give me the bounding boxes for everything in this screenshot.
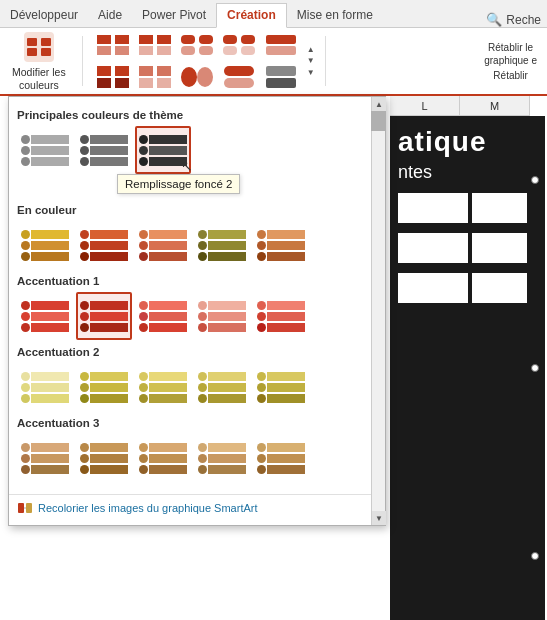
scroll-up-button[interactable]: ▲	[372, 97, 386, 111]
color-bar	[80, 312, 128, 321]
retablir-button[interactable]: Rétablir legraphique e Rétablir	[484, 41, 537, 82]
color-item-a2-5[interactable]	[253, 363, 309, 411]
color-item-a3-1[interactable]	[17, 434, 73, 482]
svg-rect-36	[266, 78, 296, 88]
tab-power-pivot[interactable]: Power Pivot	[132, 4, 216, 27]
color-bar	[198, 230, 246, 239]
color-item-a2-2[interactable]	[76, 363, 132, 411]
style-icon-9[interactable]	[219, 62, 259, 92]
svg-rect-12	[157, 46, 171, 55]
svg-rect-13	[181, 35, 195, 44]
color-bar	[21, 394, 69, 403]
bar-4	[472, 233, 527, 263]
style-icon-5[interactable]	[261, 30, 301, 60]
style-icon-7[interactable]	[135, 62, 175, 92]
scrollbar-thumb[interactable]	[371, 111, 385, 131]
chart-area: atique ntes	[390, 116, 545, 620]
style-icon-4[interactable]	[219, 30, 259, 60]
bar-1	[398, 193, 468, 223]
ribbon-search-area: 🔍 Reche	[480, 12, 547, 27]
color-item-a1-5[interactable]	[253, 292, 309, 340]
color-bar	[139, 301, 187, 310]
color-bar	[139, 323, 187, 332]
color-item-a1-2[interactable]	[76, 292, 132, 340]
recolorier-link[interactable]: Recolorier les images du graphique Smart…	[9, 494, 385, 521]
color-item-a2-3[interactable]	[135, 363, 191, 411]
style-icon-2[interactable]	[135, 30, 175, 60]
tab-aide[interactable]: Aide	[88, 4, 132, 27]
scroll-down-icon[interactable]: ▼	[307, 55, 315, 66]
color-item-c5[interactable]	[253, 221, 309, 269]
scroll-up-icon[interactable]: ▲	[307, 44, 315, 55]
tab-creation[interactable]: Création	[216, 3, 287, 28]
section-accentuation2-items	[17, 363, 363, 411]
bar-3	[398, 233, 468, 263]
color-bar	[21, 372, 69, 381]
color-item-a3-4[interactable]	[194, 434, 250, 482]
color-bar	[198, 443, 246, 452]
svg-rect-26	[115, 78, 129, 88]
style-icon-8[interactable]	[177, 62, 217, 92]
style-icon-10[interactable]	[261, 62, 301, 92]
modifier-couleurs-button[interactable]: Modifier lescouleurs	[6, 32, 72, 90]
color-bar	[80, 301, 128, 310]
color-item-pc2[interactable]	[76, 126, 132, 174]
color-item-c4[interactable]	[194, 221, 250, 269]
resize-handle-top[interactable]	[531, 176, 539, 184]
color-bar	[257, 301, 305, 310]
color-item-a2-4[interactable]	[194, 363, 250, 411]
color-item-pc1[interactable]	[17, 126, 73, 174]
style-icon-1[interactable]	[93, 30, 133, 60]
svg-rect-1	[27, 38, 37, 46]
svg-rect-24	[115, 66, 129, 76]
color-bar	[80, 135, 128, 144]
color-item-a3-3[interactable]	[135, 434, 191, 482]
color-bar	[198, 323, 246, 332]
color-bar	[139, 252, 187, 261]
resize-handle-bottom[interactable]	[531, 552, 539, 560]
color-bar	[139, 372, 187, 381]
tab-developpeur[interactable]: Développeur	[0, 4, 88, 27]
svg-rect-10	[157, 35, 171, 44]
color-item-a1-3[interactable]	[135, 292, 191, 340]
dropdown-arrow-icon[interactable]: ▼	[307, 67, 315, 78]
color-bar	[80, 146, 128, 155]
retablir-label: Rétablir legraphique e	[484, 41, 537, 67]
scroll-down-button[interactable]: ▼	[372, 511, 386, 525]
bar-group-1	[398, 193, 537, 223]
color-item-a3-2[interactable]	[76, 434, 132, 482]
color-item-c3[interactable]	[135, 221, 191, 269]
resize-handle-mid[interactable]	[531, 364, 539, 372]
color-bar	[257, 454, 305, 463]
svg-rect-2	[41, 38, 51, 46]
color-bar	[139, 454, 187, 463]
color-bar	[21, 312, 69, 321]
svg-rect-38	[26, 503, 32, 513]
color-bar	[198, 301, 246, 310]
color-bar	[139, 157, 187, 166]
svg-rect-22	[266, 46, 296, 55]
style-icon-3[interactable]	[177, 30, 217, 60]
color-item-pc3[interactable]: ↖	[135, 126, 191, 174]
svg-rect-14	[199, 35, 213, 44]
svg-rect-0	[24, 32, 54, 62]
color-bar	[257, 252, 305, 261]
color-item-c1[interactable]	[17, 221, 73, 269]
color-item-a1-1[interactable]	[17, 292, 73, 340]
color-item-a1-4[interactable]	[194, 292, 250, 340]
color-bar	[21, 230, 69, 239]
color-item-a3-5[interactable]	[253, 434, 309, 482]
svg-rect-34	[224, 78, 254, 88]
svg-rect-30	[157, 78, 171, 88]
tab-mise-en-forme[interactable]: Mise en forme	[287, 4, 383, 27]
separator-1	[82, 36, 83, 86]
svg-rect-7	[97, 46, 111, 55]
svg-rect-18	[241, 35, 255, 44]
color-item-a2-1[interactable]	[17, 363, 73, 411]
color-bar	[198, 252, 246, 261]
color-item-c2[interactable]	[76, 221, 132, 269]
color-bar	[257, 241, 305, 250]
style-icon-6[interactable]	[93, 62, 133, 92]
svg-point-31	[181, 67, 197, 87]
color-bar	[80, 383, 128, 392]
